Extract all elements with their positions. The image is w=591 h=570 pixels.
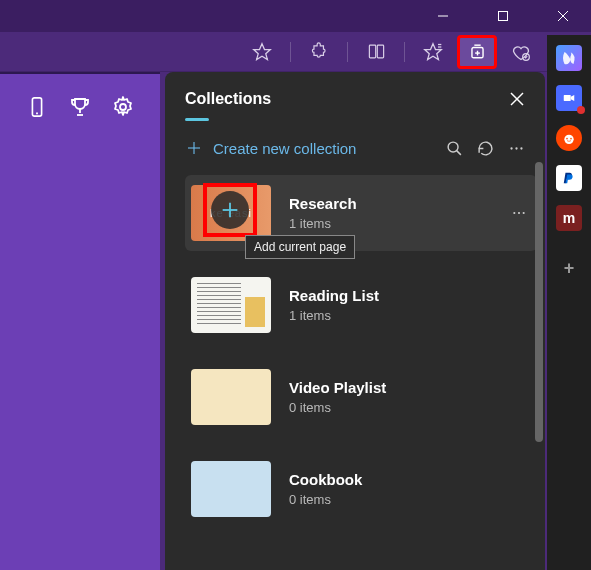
svg-rect-5	[369, 45, 375, 58]
collection-item[interactable]: Reading List 1 items	[185, 267, 537, 343]
svg-marker-38	[571, 95, 575, 101]
edge-sidebar: m +	[547, 35, 591, 570]
window-minimize-button[interactable]	[423, 1, 463, 31]
search-button[interactable]	[446, 140, 463, 157]
collection-item[interactable]: ke easi Research 1 items Add current pag…	[185, 175, 537, 251]
collection-item[interactable]: Cookbook 0 items	[185, 451, 537, 527]
collections-list: ke easi Research 1 items Add current pag…	[165, 175, 545, 527]
browser-toolbar	[0, 32, 591, 72]
collections-button[interactable]	[457, 35, 497, 69]
collection-thumbnail	[191, 277, 271, 333]
mobile-icon[interactable]	[24, 94, 49, 120]
svg-point-34	[523, 212, 525, 214]
collection-thumbnail	[191, 369, 271, 425]
plus-icon	[185, 139, 203, 157]
add-page-highlight	[203, 183, 257, 237]
reddit-shortcut[interactable]	[556, 125, 582, 151]
add-current-page-button[interactable]	[211, 191, 249, 229]
copilot-button[interactable]	[556, 45, 582, 71]
video-call-button[interactable]	[556, 85, 582, 111]
favorite-star-button[interactable]	[242, 35, 282, 69]
favorites-button[interactable]	[413, 35, 453, 69]
collection-count: 1 items	[289, 308, 531, 323]
svg-point-32	[513, 212, 515, 214]
collections-panel: Collections Create new collection ke eas…	[165, 72, 545, 570]
panel-close-button[interactable]	[509, 91, 525, 107]
collection-count: 0 items	[289, 400, 531, 415]
create-collection-label: Create new collection	[213, 140, 356, 157]
paypal-shortcut[interactable]	[556, 165, 582, 191]
refresh-button[interactable]	[477, 140, 494, 157]
svg-marker-7	[425, 43, 442, 59]
collection-title: Reading List	[289, 287, 531, 304]
svg-point-22	[120, 104, 126, 110]
svg-point-27	[448, 142, 458, 152]
collection-title: Cookbook	[289, 471, 531, 488]
svg-rect-37	[564, 95, 571, 101]
svg-rect-1	[499, 12, 508, 21]
window-close-button[interactable]	[543, 1, 583, 31]
panel-title: Collections	[185, 90, 271, 108]
collection-title: Video Playlist	[289, 379, 531, 396]
extensions-button[interactable]	[299, 35, 339, 69]
gear-icon[interactable]	[111, 94, 136, 120]
svg-point-31	[520, 147, 522, 149]
window-maximize-button[interactable]	[483, 1, 523, 31]
toolbar-divider	[290, 42, 291, 62]
svg-point-40	[566, 138, 568, 140]
svg-rect-6	[377, 45, 383, 58]
collection-count: 1 items	[289, 216, 489, 231]
svg-point-39	[564, 135, 573, 144]
add-page-tooltip: Add current page	[245, 235, 355, 259]
collection-item[interactable]: Video Playlist 0 items	[185, 359, 537, 435]
svg-point-33	[518, 212, 520, 214]
svg-line-28	[457, 150, 461, 154]
split-screen-button[interactable]	[356, 35, 396, 69]
svg-point-30	[515, 147, 517, 149]
svg-marker-4	[254, 43, 271, 59]
browser-essentials-button[interactable]	[501, 35, 541, 69]
window-titlebar	[0, 0, 591, 32]
toolbar-divider	[404, 42, 405, 62]
collection-more-button[interactable]	[507, 201, 531, 225]
collection-count: 0 items	[289, 492, 531, 507]
toolbar-divider	[347, 42, 348, 62]
m-shortcut[interactable]: m	[556, 205, 582, 231]
svg-point-41	[570, 138, 572, 140]
sidebar-add-button[interactable]: +	[556, 255, 582, 281]
content-left-area	[0, 72, 160, 570]
create-collection-button[interactable]: Create new collection	[185, 139, 356, 157]
svg-point-29	[510, 147, 512, 149]
panel-more-button[interactable]	[508, 140, 525, 157]
collection-thumbnail	[191, 461, 271, 517]
collection-title: Research	[289, 195, 489, 212]
scrollbar[interactable]	[535, 162, 543, 562]
trophy-icon[interactable]	[67, 94, 92, 120]
